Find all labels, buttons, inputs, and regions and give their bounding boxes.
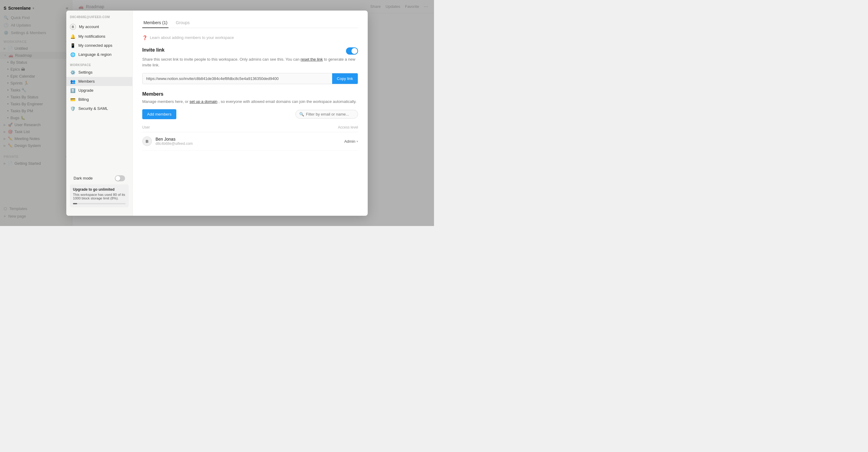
tab-groups[interactable]: Groups (175, 18, 191, 28)
modal-user-email: D8C4B68E@UIFEED.COM (66, 16, 132, 22)
learn-text: Learn about adding members to your works… (150, 35, 234, 40)
search-icon: 🔍 (299, 112, 304, 116)
dark-mode-label: Dark mode (73, 176, 93, 180)
my-notifications-label: My notifications (79, 34, 105, 38)
workspace-section: WORKSPACE (66, 59, 132, 68)
modal-nav-upgrade[interactable]: ⬆️ Upgrade (66, 86, 132, 95)
invite-link-toggle[interactable] (346, 47, 358, 55)
member-name: Ben Jonas (156, 137, 193, 142)
invite-link-title: Invite link (142, 47, 164, 53)
shield-icon: 🛡️ (70, 106, 75, 111)
access-level-label: Admin (344, 139, 355, 144)
members-section-title: Members (142, 91, 358, 97)
chevron-down-icon: ▾ (356, 140, 358, 143)
filter-input-wrap: 🔍 (296, 110, 358, 119)
tab-members[interactable]: Members (1) (142, 18, 168, 28)
modal-tabs: Members (1) Groups (142, 18, 358, 28)
col-access-header: Access level (338, 125, 358, 130)
member-email: d8c4b68e@uifeed.com (156, 142, 193, 146)
gear-icon: ⚙️ (70, 70, 75, 75)
info-icon: ❓ (142, 35, 147, 40)
modal-nav-billing[interactable]: 💳 Billing (66, 95, 132, 104)
members-section: Members Manage members here, or set up a… (142, 91, 358, 151)
member-row: B Ben Jonas d8c4b68e@uifeed.com Admin ▾ (142, 132, 358, 150)
upgrade-label: Upgrade (79, 88, 93, 93)
reset-link-link[interactable]: reset the link (301, 57, 323, 61)
modal-bottom: Dark mode Upgrade to go unlimited This w… (66, 169, 132, 211)
members-label: Members (79, 79, 95, 84)
modal-nav-members[interactable]: 👥 Members (66, 77, 132, 86)
modal-right-panel: Members (1) Groups ❓ Learn about adding … (133, 10, 368, 216)
modal-nav-settings[interactable]: ⚙️ Settings (66, 68, 132, 77)
invite-link-knob (351, 48, 358, 54)
modal-nav-security[interactable]: 🛡️ Security & SAML (66, 104, 132, 113)
set-up-domain-link[interactable]: set up a domain (190, 99, 218, 104)
security-label: Security & SAML (79, 106, 108, 111)
invite-link-section: Invite link Share this secret link to in… (142, 47, 358, 84)
upgrade-box-title: Upgrade to go unlimited (73, 188, 126, 192)
invite-link-input[interactable] (143, 73, 332, 84)
members-desc2-text: , so everyone with allowed email domains… (218, 99, 356, 104)
apps-icon: 📱 (70, 43, 75, 48)
members-desc: Manage members here, or set up a domain … (142, 99, 358, 105)
members-actions: Add members 🔍 (142, 109, 358, 119)
modal-left-panel: D8C4B68E@UIFEED.COM B My account 🔔 My no… (66, 10, 133, 216)
member-info: Ben Jonas d8c4b68e@uifeed.com (156, 137, 193, 146)
dark-mode-toggle[interactable] (115, 175, 125, 181)
people-icon: 👥 (70, 79, 75, 84)
language-label: Language & region (79, 52, 112, 57)
modal-nav-connected-apps[interactable]: 📱 My connected apps (66, 41, 132, 50)
upgrade-box-desc: This workspace has used 80 of its 1000 b… (73, 193, 126, 200)
toggle-knob (116, 176, 120, 181)
add-members-button[interactable]: Add members (142, 109, 176, 119)
filter-members-input[interactable] (306, 112, 354, 116)
settings-label: Settings (79, 70, 93, 75)
info-row: ❓ Learn about adding members to your wor… (142, 35, 358, 40)
dark-mode-row: Dark mode (70, 172, 129, 185)
modal-nav-language[interactable]: 🌐 Language & region (66, 50, 132, 59)
modal-nav-my-account[interactable]: B My account (66, 22, 132, 32)
invite-link-header: Invite link (142, 47, 358, 55)
connected-apps-label: My connected apps (79, 43, 113, 48)
modal-nav-my-notifications[interactable]: 🔔 My notifications (66, 32, 132, 41)
bell-icon: 🔔 (70, 34, 75, 39)
copy-link-button[interactable]: Copy link (332, 73, 358, 84)
globe-icon: 🌐 (70, 52, 75, 57)
upgrade-icon: ⬆️ (70, 88, 75, 93)
member-left: B Ben Jonas d8c4b68e@uifeed.com (142, 136, 193, 146)
link-input-row: Copy link (142, 73, 358, 84)
billing-label: Billing (79, 97, 89, 102)
upgrade-box: Upgrade to go unlimited This workspace h… (70, 185, 129, 207)
member-avatar: B (142, 136, 152, 146)
access-level-selector[interactable]: Admin ▾ (344, 139, 358, 144)
members-table-header: User Access level (142, 124, 358, 132)
my-account-label: My account (79, 24, 99, 29)
billing-icon: 💳 (70, 97, 75, 102)
invite-link-desc-text: Share this secret link to invite people … (142, 57, 300, 61)
account-avatar-icon: B (70, 24, 76, 30)
upgrade-progress-fill (73, 203, 77, 204)
invite-link-desc: Share this secret link to invite people … (142, 56, 358, 68)
settings-modal: D8C4B68E@UIFEED.COM B My account 🔔 My no… (66, 10, 368, 216)
upgrade-progress-bar (73, 203, 126, 204)
members-desc-text: Manage members here, or (142, 99, 188, 104)
col-user-header: User (142, 125, 150, 130)
